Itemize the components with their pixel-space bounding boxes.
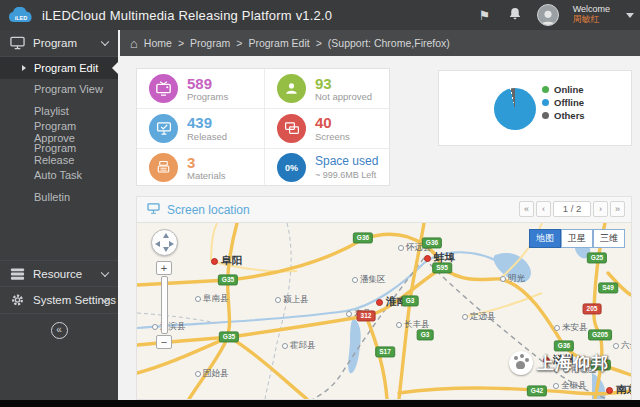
welcome-user[interactable]: Welcome 周敏红 bbox=[573, 5, 610, 25]
screen-location-header: Screen location « ‹ 1 / 2 › » bbox=[137, 197, 631, 223]
stat-label: Materials bbox=[187, 171, 226, 182]
stat-label: Not approved bbox=[315, 92, 372, 103]
map-type-satellite-button[interactable]: 卫星 bbox=[561, 229, 593, 248]
screen-status-pie-chart bbox=[494, 88, 536, 130]
monitor-icon bbox=[10, 36, 25, 50]
pager-first-button[interactable]: « bbox=[519, 201, 534, 217]
road-badge: S95 bbox=[432, 262, 452, 273]
stat-label: Released bbox=[187, 132, 227, 143]
map-city-label: 阜阳 bbox=[211, 254, 242, 268]
legend-dot-offline bbox=[542, 99, 549, 106]
pager-last-button[interactable]: » bbox=[610, 201, 625, 217]
zoom-out-button[interactable]: − bbox=[156, 335, 172, 349]
screens-icon bbox=[277, 114, 306, 143]
gear-icon bbox=[10, 293, 25, 307]
sidebar-collapse-button[interactable]: « bbox=[51, 322, 68, 339]
map-canvas[interactable]: 阜南县颍上县淮滨县霍邱县固始县潘集区寿县怀远县长丰县定远县明光来安县南谯区全椒县… bbox=[137, 223, 631, 399]
breadcrumb-program-edit[interactable]: Program Edit bbox=[248, 37, 309, 49]
flag-icon[interactable]: ⚑ bbox=[477, 8, 493, 23]
map-county-label: 颍上县 bbox=[275, 294, 309, 306]
map-county-label: 六合区 bbox=[613, 340, 631, 352]
stat-value: 3 bbox=[187, 154, 226, 171]
top-bar: iLED iLEDCloud Multimedia Releasing Plat… bbox=[0, 0, 640, 30]
road-badge: G36 bbox=[554, 340, 574, 351]
map-county-label: 霍邱县 bbox=[282, 340, 316, 352]
legend-label: Others bbox=[554, 110, 585, 121]
map-type-3d-button[interactable]: 三维 bbox=[593, 229, 625, 248]
svg-text:iLED: iLED bbox=[15, 14, 28, 20]
zoom-slider[interactable] bbox=[161, 276, 168, 334]
stat-label: Programs bbox=[187, 92, 228, 103]
map-county-label: 阜南县 bbox=[195, 293, 229, 305]
programs-icon bbox=[149, 74, 178, 103]
sidebar-item-auto-task[interactable]: Auto Task bbox=[0, 165, 118, 187]
road-badge: G3 bbox=[417, 329, 434, 340]
map-county-label: 来安县 bbox=[554, 322, 588, 334]
sidebar-item-program-edit[interactable]: Program Edit bbox=[0, 57, 118, 79]
pager-prev-button[interactable]: ‹ bbox=[536, 201, 551, 217]
map-compass-control[interactable] bbox=[151, 229, 178, 256]
sidebar-item-program-release[interactable]: Program Release bbox=[0, 143, 118, 165]
sidebar-item-bulletin[interactable]: Bulletin bbox=[0, 186, 118, 208]
breadcrumb-sep: > bbox=[316, 37, 322, 49]
stat-card-screens: 40Screens bbox=[264, 108, 391, 147]
bell-icon[interactable] bbox=[507, 7, 523, 23]
road-badge: S49 bbox=[598, 282, 618, 293]
road-badge: G3 bbox=[402, 295, 419, 306]
space-left-text: ~ 999.6MB Left bbox=[315, 170, 378, 180]
road-badge: G205 bbox=[588, 329, 612, 340]
stats-panel: 589Programs 93Not approved 439Released 4… bbox=[136, 68, 390, 186]
breadcrumb-sep: > bbox=[236, 37, 242, 49]
road-badge: G36 bbox=[591, 359, 611, 370]
username: 周敏红 bbox=[573, 15, 610, 25]
iledcloud-logo: iLED bbox=[8, 7, 34, 24]
sidebar-item-playlist[interactable]: Playlist bbox=[0, 100, 118, 122]
pan-left-icon[interactable] bbox=[155, 241, 160, 247]
map-county-label: 固始县 bbox=[195, 368, 229, 380]
legend-online: Online bbox=[542, 84, 585, 95]
sidebar-section-system-settings[interactable]: System Settings bbox=[0, 287, 118, 314]
breadcrumb: ⌂ Home > Program > Program Edit > (Suppo… bbox=[120, 30, 640, 56]
pager-next-button[interactable]: › bbox=[593, 201, 608, 217]
legend-label: Online bbox=[554, 84, 584, 95]
pan-down-icon[interactable] bbox=[163, 247, 169, 252]
stat-value: 589 bbox=[187, 75, 228, 92]
zoom-in-button[interactable]: + bbox=[156, 261, 172, 275]
map-type-map-button[interactable]: 地图 bbox=[529, 229, 561, 248]
pan-right-icon[interactable] bbox=[169, 241, 174, 247]
user-menu-caret-icon[interactable] bbox=[626, 13, 634, 18]
sidebar-item-program-view[interactable]: Program View bbox=[0, 79, 118, 101]
map-county-label: 明光 bbox=[500, 273, 525, 285]
legend-label: Offline bbox=[554, 97, 584, 108]
stat-label: Screens bbox=[315, 132, 350, 143]
road-badge: G25 bbox=[587, 252, 607, 263]
sidebar-item-program-approve[interactable]: Program Approve bbox=[0, 122, 118, 144]
pan-up-icon[interactable] bbox=[163, 233, 169, 238]
person-icon bbox=[277, 74, 306, 103]
sidebar-section-program[interactable]: Program bbox=[0, 30, 118, 57]
materials-icon bbox=[149, 153, 178, 182]
avatar[interactable] bbox=[537, 4, 559, 26]
map-type-switch: 地图 卫星 三维 bbox=[529, 229, 625, 248]
road-badge: 312 bbox=[357, 310, 376, 321]
road-badge: G36 bbox=[353, 232, 373, 243]
screen-location-panel: Screen location « ‹ 1 / 2 › » bbox=[136, 196, 632, 400]
road-badge: 205 bbox=[583, 303, 602, 314]
space-used-percent: 0% bbox=[285, 163, 298, 173]
home-icon[interactable]: ⌂ bbox=[130, 36, 138, 51]
sidebar-section-label: Resource bbox=[33, 268, 82, 280]
screen-location-title: Screen location bbox=[167, 203, 250, 217]
map-labels: 阜南县颍上县淮滨县霍邱县固始县潘集区寿县怀远县长丰县定远县明光来安县南谯区全椒县… bbox=[137, 223, 631, 399]
sidebar: Program Program Edit Program View Playli… bbox=[0, 30, 118, 400]
pie-legend: Online Offline Others bbox=[542, 84, 585, 123]
monitor-check-icon bbox=[149, 114, 178, 143]
sidebar-section-resource[interactable]: Resource bbox=[0, 260, 118, 287]
breadcrumb-program[interactable]: Program bbox=[190, 37, 230, 49]
map-county-label: 全椒县 bbox=[553, 380, 587, 392]
road-badge: G35 bbox=[218, 274, 238, 285]
breadcrumb-home[interactable]: Home bbox=[144, 37, 172, 49]
stat-card-not-approved: 93Not approved bbox=[264, 69, 391, 108]
stat-value: 40 bbox=[315, 114, 350, 131]
legend-dot-online bbox=[542, 86, 549, 93]
breadcrumb-support-note: (Support: Chrome,Firefox) bbox=[328, 37, 450, 49]
